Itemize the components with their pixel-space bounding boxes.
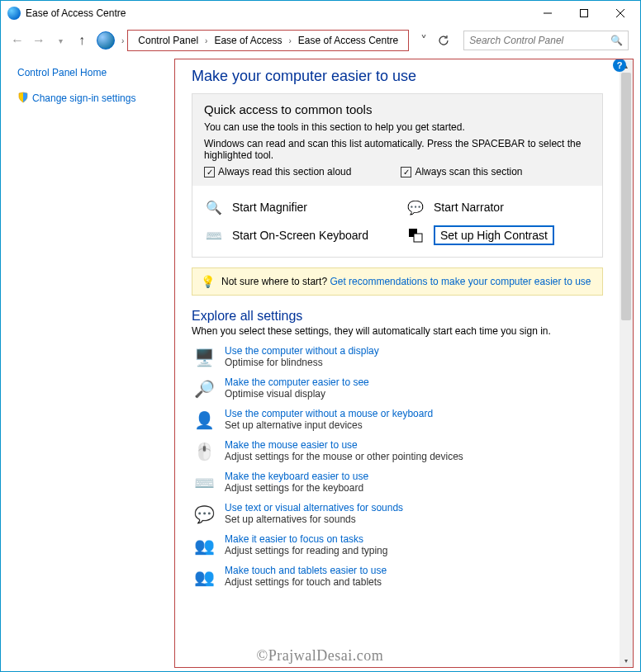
setting-desc: Adjust settings for the mouse or other p… xyxy=(225,451,463,462)
search-icon[interactable]: 🔍 xyxy=(610,35,623,46)
sidebar-signin-link[interactable]: Change sign-in settings xyxy=(17,92,168,106)
address-dropdown[interactable]: ˅ xyxy=(415,33,432,49)
help-icon[interactable]: ? xyxy=(613,59,626,72)
chevron-right-icon[interactable]: › xyxy=(120,36,126,45)
setting-desc: Optimise for blindness xyxy=(225,357,379,368)
setting-desc: Adjust settings for the keyboard xyxy=(225,482,368,494)
back-button[interactable]: ← xyxy=(7,31,27,50)
mouse-icon: 🖱️ xyxy=(192,439,216,464)
setting-item: 👤Use the computer without a mouse or key… xyxy=(192,408,603,433)
tool-osk[interactable]: ⌨️ Start On-Screen Keyboard xyxy=(204,225,389,245)
sidebar: Control Panel Home Change sign-in settin… xyxy=(1,55,174,671)
close-button[interactable] xyxy=(602,2,639,25)
hint-prefix: Not sure where to start? xyxy=(221,276,330,287)
recommendation-bar: 💡 Not sure where to start? Get recommend… xyxy=(192,267,603,296)
narrator-icon: 💬 xyxy=(406,197,425,217)
search-input[interactable] xyxy=(469,35,610,46)
setting-item: ⌨️Make the keyboard easier to useAdjust … xyxy=(192,471,603,495)
setting-desc: Adjust settings for reading and typing xyxy=(225,545,387,556)
window-icon xyxy=(7,7,21,20)
chevron-right-icon: › xyxy=(287,36,292,45)
setting-desc: Set up alternative input devices xyxy=(225,419,433,431)
bulb-icon: 💡 xyxy=(201,275,215,288)
contrast-icon xyxy=(406,225,425,245)
setting-item: 💬Use text or visual alternatives for sou… xyxy=(192,502,603,527)
search-box[interactable]: 🔍 xyxy=(463,31,629,50)
quick-desc1: You can use the tools in this section to… xyxy=(204,121,591,133)
recent-dropdown[interactable]: ▾ xyxy=(50,31,70,50)
setting-item: 🖱️Make the mouse easier to useAdjust set… xyxy=(192,439,603,464)
checkbox-scan-section[interactable]: ✓Always scan this section xyxy=(401,166,522,177)
setting-item: 🔎Make the computer easier to seeOptimise… xyxy=(192,376,603,401)
setting-desc: Set up alternatives for sounds xyxy=(225,513,403,525)
setting-link[interactable]: Use the computer without a mouse or keyb… xyxy=(225,408,433,419)
refresh-button[interactable] xyxy=(434,31,453,50)
quick-title: Quick access to common tools xyxy=(204,102,591,116)
setting-desc: Adjust settings for touch and tablets xyxy=(225,576,387,588)
people-icon: 👥 xyxy=(192,565,216,589)
setting-link[interactable]: Make the keyboard easier to use xyxy=(225,471,368,482)
svg-rect-1 xyxy=(581,10,588,17)
maximize-button[interactable] xyxy=(566,2,602,25)
setting-desc: Optimise visual display xyxy=(225,388,369,400)
window-title: Ease of Access Centre xyxy=(26,7,529,19)
scroll-down-button[interactable]: ▾ xyxy=(620,654,633,667)
chevron-right-icon: › xyxy=(203,36,209,45)
crumb-2[interactable]: Ease of Access Centre xyxy=(293,33,403,48)
display-icon: 🖥️ xyxy=(192,345,216,370)
scrollbar[interactable]: ▴ ▾ xyxy=(620,59,633,667)
shield-icon xyxy=(17,92,29,106)
forward-button[interactable]: → xyxy=(29,31,49,50)
sidebar-home-link[interactable]: Control Panel Home xyxy=(17,67,168,78)
setting-item: 🖥️Use the computer without a displayOpti… xyxy=(192,345,603,370)
checkbox-read-aloud[interactable]: ✓Always read this section aloud xyxy=(204,166,351,177)
setting-link[interactable]: Make the computer easier to see xyxy=(225,376,369,388)
keyboard-icon: ⌨️ xyxy=(204,225,224,245)
magnifier-icon: 🔍 xyxy=(204,197,224,217)
person-icon: 👤 xyxy=(192,408,216,433)
nav-bar: ← → ▾ ↑ › Control Panel › Ease of Access… xyxy=(1,26,640,55)
setting-link[interactable]: Make it easier to focus on tasks xyxy=(225,533,387,545)
setting-item: 👥Make it easier to focus on tasksAdjust … xyxy=(192,533,603,558)
title-bar: Ease of Access Centre xyxy=(1,1,640,26)
keyboard-icon: ⌨️ xyxy=(192,471,216,495)
setting-link[interactable]: Use text or visual alternatives for soun… xyxy=(225,502,403,513)
tool-narrator[interactable]: 💬 Start Narrator xyxy=(406,197,591,217)
explore-sub: When you select these settings, they wil… xyxy=(192,325,603,337)
hint-link[interactable]: Get recommendations to make your compute… xyxy=(330,276,591,287)
svg-rect-5 xyxy=(414,234,422,242)
control-panel-icon xyxy=(97,31,115,50)
explore-title: Explore all settings xyxy=(192,309,603,324)
tool-high-contrast[interactable]: Set up High Contrast xyxy=(406,225,591,245)
scroll-thumb[interactable] xyxy=(621,73,631,320)
magnify-icon: 🔎 xyxy=(192,376,216,401)
setting-link[interactable]: Make touch and tablets easier to use xyxy=(225,565,387,576)
crumb-0[interactable]: Control Panel xyxy=(133,33,203,48)
page-title: Make your computer easier to use xyxy=(192,68,603,85)
quick-access-box: Quick access to common tools You can use… xyxy=(192,93,603,258)
breadcrumb[interactable]: Control Panel › Ease of Access › Ease of… xyxy=(127,30,409,51)
minimize-button[interactable] xyxy=(529,2,566,25)
tool-magnifier[interactable]: 🔍 Start Magnifier xyxy=(204,197,389,217)
setting-link[interactable]: Make the mouse easier to use xyxy=(225,439,463,451)
people-icon: 👥 xyxy=(192,533,216,558)
quick-desc2: Windows can read and scan this list auto… xyxy=(204,138,591,161)
content-area: ? ▴ ▾ Make your computer easier to use Q… xyxy=(174,59,634,668)
speech-icon: 💬 xyxy=(192,502,216,527)
up-button[interactable]: ↑ xyxy=(72,31,92,50)
crumb-1[interactable]: Ease of Access xyxy=(209,33,287,48)
setting-link[interactable]: Use the computer without a display xyxy=(225,345,379,357)
setting-item: 👥Make touch and tablets easier to useAdj… xyxy=(192,565,603,589)
